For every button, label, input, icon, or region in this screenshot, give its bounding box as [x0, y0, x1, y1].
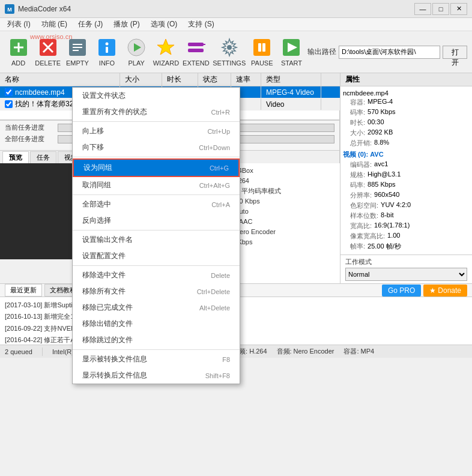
ctx-show-source-info[interactable]: 显示被转换文件信息 F8 [73, 351, 240, 367]
ctx-separator-2 [73, 157, 240, 157]
ctx-remove-skipped[interactable]: 移除跳过的文件 [73, 332, 240, 348]
ctx-separator-4 [73, 230, 240, 230]
ctx-cancel-group[interactable]: 取消同组 Ctrl+Alt+G [73, 177, 240, 193]
ctx-set-config-file[interactable]: 设置配置文件 [73, 248, 240, 264]
context-menu-overlay[interactable]: 设置文件状态 重置所有文件的状态 Ctrl+R 向上移 Ctrl+Up 向下移 … [0, 0, 472, 476]
ctx-reset-all-status[interactable]: 重置所有文件的状态 Ctrl+R [73, 104, 240, 120]
ctx-reverse-select[interactable]: 反向选择 [73, 212, 240, 229]
ctx-separator-6 [73, 349, 240, 350]
ctx-remove-error[interactable]: 移除出错的文件 [73, 316, 240, 332]
ctx-remove-selected[interactable]: 移除选中文件 Delete [73, 267, 240, 283]
ctx-set-same-group[interactable]: 设为同组 Ctrl+G [73, 158, 240, 177]
ctx-remove-done[interactable]: 移除已完成文件 Alt+Delete [73, 300, 240, 316]
ctx-separator-1 [73, 121, 240, 122]
ctx-move-down[interactable]: 向下移 Ctrl+Down [73, 139, 240, 155]
ctx-separator-5 [73, 265, 240, 266]
ctx-set-output-name[interactable]: 设置输出文件名 [73, 232, 240, 248]
ctx-move-up[interactable]: 向上移 Ctrl+Up [73, 123, 240, 139]
ctx-select-all[interactable]: 全部选中 Ctrl+A [73, 196, 240, 212]
ctx-set-file-status[interactable]: 设置文件状态 [73, 88, 240, 104]
context-menu: 设置文件状态 重置所有文件的状态 Ctrl+R 向上移 Ctrl+Up 向下移 … [72, 87, 240, 384]
ctx-separator-3 [73, 194, 240, 195]
ctx-remove-all[interactable]: 移除所有文件 Ctrl+Delete [73, 283, 240, 300]
ctx-show-output-info[interactable]: 显示转换后文件信息 Shift+F8 [73, 367, 240, 384]
